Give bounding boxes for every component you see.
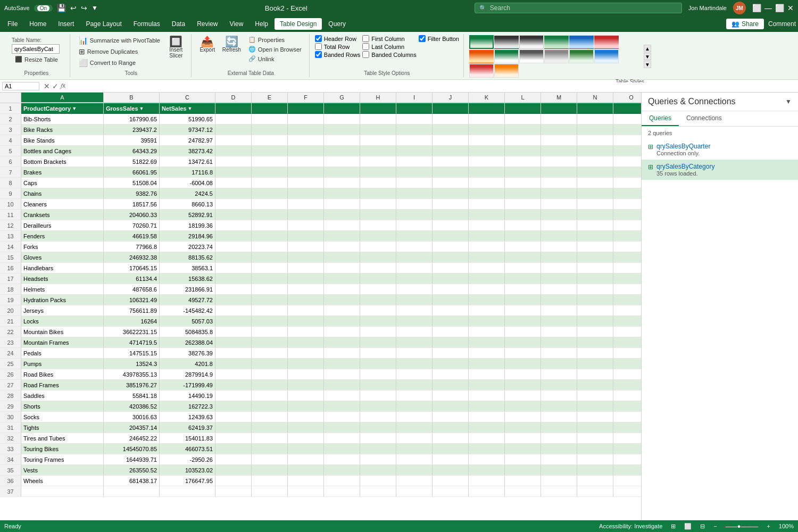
cell-g20[interactable] [324,305,360,316]
cell-l23[interactable] [505,337,541,348]
cell-f26[interactable] [288,369,324,380]
cell-l14[interactable] [505,242,541,252]
cell-f14[interactable] [288,242,324,252]
cell-e23[interactable] [252,337,288,348]
cell-m7[interactable] [541,167,577,178]
menu-view[interactable]: View [225,18,249,30]
cell-d16[interactable] [215,263,252,273]
cell-l8[interactable] [505,178,541,188]
cell-o32[interactable] [613,433,641,444]
cell-j34[interactable] [433,454,469,465]
cell-o19[interactable] [613,295,641,305]
cell-m1[interactable] [541,103,577,114]
cell-f1[interactable] [288,103,324,114]
row-num-28[interactable]: 28 [0,390,21,401]
cell-j27[interactable] [433,380,469,390]
cell-n21[interactable] [577,316,613,327]
cell-i13[interactable] [396,231,433,242]
cell-j33[interactable] [433,444,469,454]
cell-i8[interactable] [396,178,433,188]
cell-g14[interactable] [324,242,360,252]
cell-n3[interactable] [577,124,613,135]
cell-c19[interactable]: 49527.72 [160,295,215,305]
close-icon[interactable]: ✕ [787,4,794,12]
row-num-15[interactable]: 15 [0,252,21,263]
cell-c14[interactable]: 20223.74 [160,242,215,252]
cell-n17[interactable] [577,273,613,284]
cell-e10[interactable] [252,199,288,210]
cell-k34[interactable] [469,454,505,465]
cell-h36[interactable] [360,476,396,486]
cell-k28[interactable] [469,390,505,401]
col-header-f[interactable]: F [288,93,324,103]
cell-e19[interactable] [252,295,288,305]
cell-i32[interactable] [396,433,433,444]
cell-h26[interactable] [360,369,396,380]
cell-empty-g[interactable] [324,486,360,497]
cell-h24[interactable] [360,348,396,359]
cell-m20[interactable] [541,305,577,316]
cell-i16[interactable] [396,263,433,273]
cell-b21[interactable]: 16264 [104,316,160,327]
cell-a35[interactable]: Vests [21,465,104,476]
total-row-checkbox[interactable]: Total Row [315,43,361,50]
cell-g26[interactable] [324,369,360,380]
cell-b16[interactable]: 170645.15 [104,263,160,273]
cell-d32[interactable] [215,433,252,444]
cell-n16[interactable] [577,263,613,273]
cell-e26[interactable] [252,369,288,380]
cell-d14[interactable] [215,242,252,252]
cell-f34[interactable] [288,454,324,465]
cell-a5[interactable]: Bottles and Cages [21,146,104,156]
query-item-2[interactable]: ⊞ qrySalesByCategory 35 rows loaded. [642,160,798,180]
style-swatch-8[interactable] [494,49,519,63]
cell-j31[interactable] [433,422,469,433]
cell-f33[interactable] [288,444,324,454]
cell-n8[interactable] [577,178,613,188]
cell-g9[interactable] [324,188,360,199]
cell-a17[interactable]: Headsets [21,273,104,284]
cell-g19[interactable] [324,295,360,305]
row-num-29[interactable]: 29 [0,401,21,412]
cell-j14[interactable] [433,242,469,252]
cell-b7[interactable]: 66061.95 [104,167,160,178]
col-header-c[interactable]: C [160,93,215,103]
cell-n5[interactable] [577,146,613,156]
cell-n27[interactable] [577,380,613,390]
cell-m21[interactable] [541,316,577,327]
cell-d20[interactable] [215,305,252,316]
cell-c6[interactable]: 13472.61 [160,156,215,167]
menu-formulas[interactable]: Formulas [128,18,165,30]
open-browser-button[interactable]: 🌐 Open in Browser [245,45,305,54]
cell-l5[interactable] [505,146,541,156]
cell-c12[interactable]: 18199.36 [160,220,215,231]
cell-m26[interactable] [541,369,577,380]
cell-a18[interactable]: Helmets [21,284,104,295]
cell-o22[interactable] [613,327,641,337]
cell-f9[interactable] [288,188,324,199]
cell-j32[interactable] [433,433,469,444]
cell-h19[interactable] [360,295,396,305]
cell-l30[interactable] [505,412,541,422]
cell-d2[interactable] [215,114,252,124]
cell-a16[interactable]: Handlebars [21,263,104,273]
banded-columns-checkbox[interactable]: Banded Columns [362,51,416,58]
cell-empty-k[interactable] [469,486,505,497]
cell-d34[interactable] [215,454,252,465]
style-swatch-6[interactable] [594,35,619,49]
comment-button[interactable]: Comment [768,19,796,29]
cell-i12[interactable] [396,220,433,231]
row-num-5[interactable]: 5 [0,146,21,156]
cell-k30[interactable] [469,412,505,422]
query-item-1[interactable]: ⊞ qrySalesByQuarter Connection only. [642,139,798,160]
cell-g10[interactable] [324,199,360,210]
cell-o8[interactable] [613,178,641,188]
cell-b24[interactable]: 147515.15 [104,348,160,359]
cell-a4[interactable]: Bike Stands [21,135,104,146]
cell-d7[interactable] [215,167,252,178]
row-num-30[interactable]: 30 [0,412,21,422]
cell-n9[interactable] [577,188,613,199]
cell-k23[interactable] [469,337,505,348]
cell-b23[interactable]: 4714719.5 [104,337,160,348]
cell-c21[interactable]: 5057.03 [160,316,215,327]
